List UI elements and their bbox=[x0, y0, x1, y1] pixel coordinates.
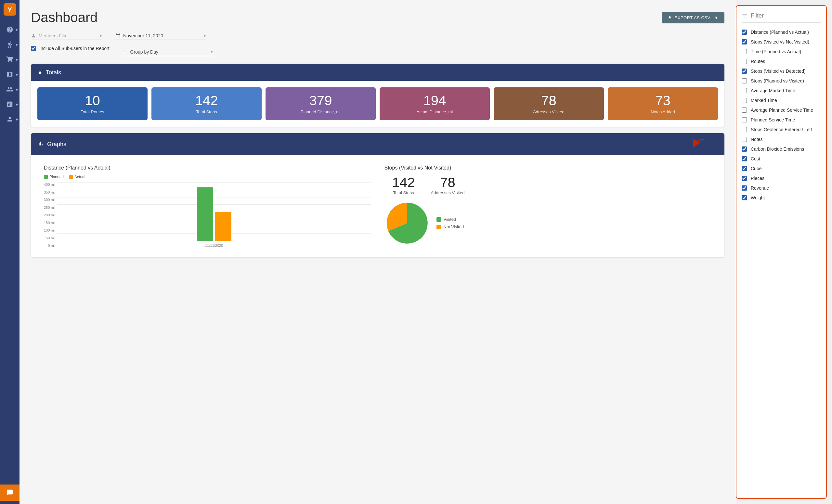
tile-notes-label: Notes Added bbox=[615, 109, 711, 114]
filter-row: Average Marked Time bbox=[742, 86, 821, 95]
tile-planned-label: Planned Distance, mi bbox=[273, 109, 368, 114]
filter-panel: Filter Distance (Planned vs Actual)Stops… bbox=[736, 5, 827, 499]
planned-dot bbox=[44, 175, 48, 179]
filter-checkbox-0[interactable] bbox=[742, 30, 747, 35]
sidebar-item-cart[interactable]: ▶ bbox=[0, 52, 20, 67]
sidebar-item-account[interactable]: ▶ bbox=[0, 112, 20, 127]
total-stops-value: 142 bbox=[392, 175, 415, 190]
tile-routes-value: 10 bbox=[45, 93, 140, 108]
filter-row: Average Planned Service Time bbox=[742, 105, 821, 115]
filter-checkbox-16[interactable] bbox=[742, 186, 747, 191]
filter-checkbox-13[interactable] bbox=[742, 156, 747, 161]
sidebar-item-map[interactable]: ▶ bbox=[0, 67, 20, 82]
sidebar-item-routes[interactable]: ▶ bbox=[0, 37, 20, 52]
filter-checkbox-12[interactable] bbox=[742, 146, 747, 152]
filter-label-12: Carbon Dioxide Emissions bbox=[751, 146, 804, 152]
members-filter-group: Members Filter ▼ bbox=[31, 33, 102, 40]
filter-checkbox-10[interactable] bbox=[742, 127, 747, 132]
bar-chart-icon bbox=[37, 140, 44, 148]
graphs-title: Graphs bbox=[47, 141, 66, 148]
pie-chart-panel: Stops (Visited vs Not Visited) 142 Total… bbox=[378, 162, 718, 251]
totals-header-left: ★ Totals bbox=[37, 69, 61, 76]
filter-label-8: Average Planned Service Time bbox=[751, 108, 813, 113]
filter-items-list: Distance (Planned vs Actual)Stops (Visit… bbox=[742, 27, 821, 203]
page-title: Dashboard bbox=[31, 10, 98, 25]
filter-checkbox-8[interactable] bbox=[742, 108, 747, 113]
sidebar-item-users[interactable]: ▶ bbox=[0, 82, 20, 97]
date-filter-value: November 11, 2020 bbox=[123, 33, 163, 38]
filter-checkbox-7[interactable] bbox=[742, 98, 747, 103]
filter-label-16: Revenue bbox=[751, 186, 769, 191]
filter-row: Stops Geofence Entered / Left bbox=[742, 125, 821, 135]
filter-checkbox-9[interactable] bbox=[742, 117, 747, 122]
tile-addresses-value: 78 bbox=[501, 93, 597, 108]
totals-card: ★ Totals ⋮ 10 Total Routes 142 Total Sto… bbox=[31, 64, 724, 127]
sidebar-item-help[interactable]: ▶ bbox=[0, 22, 20, 37]
filter-checkbox-3[interactable] bbox=[742, 59, 747, 64]
filter-panel-title: Filter bbox=[751, 12, 764, 19]
filter-label-13: Cost bbox=[751, 156, 760, 161]
filter-label-9: Planned Service Time bbox=[751, 117, 795, 122]
visited-label: Visited bbox=[444, 217, 456, 222]
not-visited-dot bbox=[437, 225, 441, 229]
totals-grid: 10 Total Routes 142 Total Stops 379 Plan… bbox=[31, 81, 724, 127]
filter-row: Stops (Planned vs Visited) bbox=[742, 76, 821, 86]
filter-row: Stops (Visited vs Detected) bbox=[742, 66, 821, 76]
logo[interactable]: Y bbox=[4, 3, 16, 17]
tile-notes: 73 Notes Added bbox=[608, 87, 718, 120]
filter-checkbox-6[interactable] bbox=[742, 88, 747, 93]
group-by-select[interactable]: Group by Day ▼ bbox=[123, 49, 213, 56]
export-label: EXPORT AS CSV bbox=[675, 15, 710, 20]
filter-row: Time (Planned vs Actual) bbox=[742, 47, 821, 56]
filter-checkbox-5[interactable] bbox=[742, 78, 747, 83]
tile-routes-label: Total Routes bbox=[45, 109, 140, 114]
date-filter[interactable]: November 11, 2020 ▼ bbox=[115, 33, 206, 40]
arrow-annotation bbox=[687, 138, 707, 151]
filter-panel-header: Filter bbox=[742, 12, 821, 23]
subusers-checkbox[interactable] bbox=[31, 46, 36, 51]
filter-label-0: Distance (Planned vs Actual) bbox=[751, 30, 809, 35]
y-axis-labels: 400 mi 350 mi 300 mi 250 mi 200 mi 150 m… bbox=[44, 183, 55, 248]
group-by-arrow: ▼ bbox=[210, 50, 213, 54]
filter-row: Pieces bbox=[742, 173, 821, 183]
filter-checkbox-2[interactable] bbox=[742, 49, 747, 54]
filter-label-7: Marked Time bbox=[751, 98, 777, 103]
tile-addresses-label: Adresses Visited bbox=[501, 109, 597, 114]
filter-row: Weight bbox=[742, 193, 821, 203]
filter-checkbox-14[interactable] bbox=[742, 166, 747, 171]
filter-row: Stops (Visited vs Not Visited) bbox=[742, 37, 821, 47]
filter-row: Distance (Planned vs Actual) bbox=[742, 27, 821, 37]
filter-checkbox-15[interactable] bbox=[742, 176, 747, 181]
filter-icon bbox=[742, 13, 748, 19]
pie-legend-not-visited: Not Visited bbox=[437, 224, 464, 229]
filter-row: Routes bbox=[742, 56, 821, 66]
tile-total-routes: 10 Total Routes bbox=[37, 87, 148, 120]
bar-chart-title: Distance (Planned vs Actual) bbox=[44, 165, 371, 171]
filter-checkbox-1[interactable] bbox=[742, 39, 747, 45]
subusers-row: Include All Sub-users in the Report bbox=[31, 46, 109, 51]
total-stops-stat: 142 Total Stops bbox=[385, 175, 423, 195]
pie-legend-visited: Visited bbox=[437, 217, 464, 222]
members-filter[interactable]: Members Filter ▼ bbox=[31, 33, 102, 40]
tile-notes-value: 73 bbox=[615, 93, 711, 108]
totals-title: Totals bbox=[46, 69, 61, 76]
tile-actual-label: Actual Distance, mi bbox=[387, 109, 483, 114]
bar-chart-legend: Planned Actual bbox=[44, 175, 371, 179]
legend-actual: Actual bbox=[69, 175, 85, 179]
export-button[interactable]: EXPORT AS CSV ▼ bbox=[662, 12, 724, 23]
x-axis-label: 11/11/2020 bbox=[57, 244, 371, 248]
totals-menu-button[interactable]: ⋮ bbox=[711, 68, 718, 76]
graphs-menu-button[interactable]: ⋮ bbox=[711, 140, 718, 148]
actual-label: Actual bbox=[74, 175, 85, 179]
graphs-header: Graphs ⋮ bbox=[31, 133, 724, 155]
filter-checkbox-17[interactable] bbox=[742, 195, 747, 200]
tile-planned-value: 379 bbox=[273, 93, 368, 108]
date-filter-group: November 11, 2020 ▼ bbox=[115, 33, 206, 40]
filter-checkbox-4[interactable] bbox=[742, 68, 747, 74]
sidebar-item-analytics[interactable]: ▶ bbox=[0, 97, 20, 112]
chat-button[interactable] bbox=[0, 484, 20, 501]
filter-label-15: Pieces bbox=[751, 176, 764, 181]
graphs-grid: Distance (Planned vs Actual) Planned Act… bbox=[31, 155, 724, 257]
graphs-header-left: Graphs bbox=[37, 140, 66, 148]
filter-checkbox-11[interactable] bbox=[742, 137, 747, 142]
